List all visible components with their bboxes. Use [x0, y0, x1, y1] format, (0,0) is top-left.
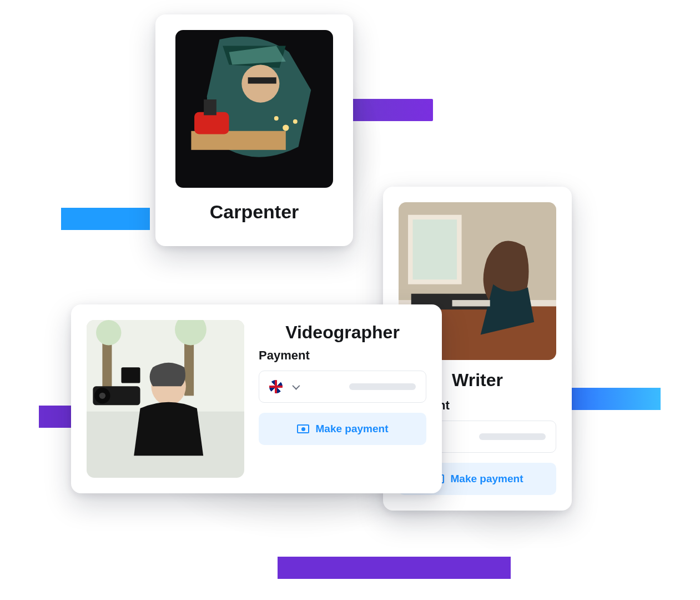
- accent-bar: [61, 208, 150, 230]
- payment-label: Payment: [259, 348, 426, 363]
- flag-uk-icon: [269, 380, 283, 393]
- amount-placeholder: [349, 383, 416, 390]
- svg-rect-3: [413, 219, 457, 279]
- svg-point-15: [293, 119, 298, 124]
- svg-point-14: [283, 124, 289, 131]
- currency-selector[interactable]: [259, 371, 426, 403]
- carpenter-title: Carpenter: [171, 201, 338, 223]
- svg-rect-12: [194, 112, 229, 134]
- svg-rect-13: [204, 99, 216, 115]
- carpenter-photo: [175, 30, 333, 188]
- amount-placeholder: [479, 433, 546, 440]
- svg-point-27: [99, 393, 105, 399]
- svg-point-21: [96, 320, 121, 345]
- make-payment-label: Make payment: [316, 423, 389, 435]
- card-carpenter: Carpenter: [155, 14, 353, 246]
- svg-rect-7: [452, 300, 490, 306]
- svg-rect-25: [121, 367, 140, 383]
- make-payment-button[interactable]: Make payment: [259, 413, 426, 445]
- svg-point-16: [274, 116, 279, 121]
- chevron-down-icon: [292, 382, 300, 390]
- videographer-photo: [87, 320, 244, 478]
- make-payment-label: Make payment: [451, 473, 523, 485]
- payment-icon: [297, 424, 309, 433]
- card-videographer: Videographer Payment Make payment: [71, 304, 442, 493]
- videographer-title: Videographer: [259, 322, 426, 343]
- svg-rect-10: [248, 77, 276, 83]
